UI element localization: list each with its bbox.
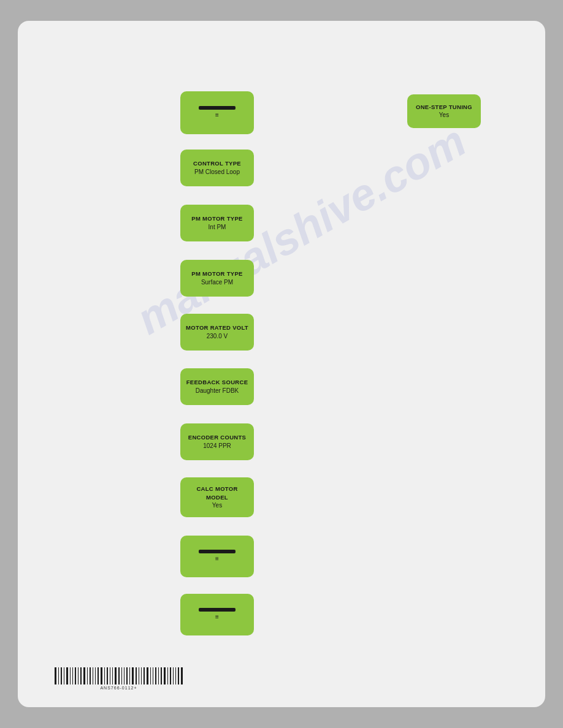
barcode-bar [110, 667, 110, 684]
btn-label: FEEDBACK SOURCE [186, 378, 248, 386]
barcode-gap [140, 667, 140, 684]
btn-value: Yes [439, 111, 449, 119]
barcode-gap [82, 667, 83, 684]
barcode-bar [55, 667, 56, 684]
barcode-gap [96, 667, 97, 684]
barcode-bar [164, 667, 166, 684]
btn-top[interactable]: ≡ [180, 91, 254, 134]
btn-label: PM MOTOR TYPE [191, 270, 242, 278]
barcode-text: ANS766-0112+ [100, 686, 137, 690]
barcode-bar [115, 667, 117, 684]
barcode-bar [93, 667, 93, 684]
barcode-gap [154, 667, 155, 684]
barcode-gap [113, 667, 114, 684]
barcode-gap [151, 667, 152, 684]
btn-onestep[interactable]: ONE-STEP TUNINGYes [407, 94, 481, 128]
barcode-gap [174, 667, 175, 684]
barcode-gap [88, 667, 89, 684]
barcode-bar [95, 667, 96, 684]
btn-motor-rated-volt[interactable]: MOTOR RATED VOLT230.0 V [180, 314, 254, 351]
barcode-gap [79, 667, 80, 684]
barcode-bar [80, 667, 82, 684]
btn-encoder-counts[interactable]: ENCODER COUNTS1024 PPR [180, 423, 254, 460]
barcode-bar [175, 667, 176, 684]
btn-value: ≡ [215, 555, 219, 563]
barcode-gap [123, 667, 123, 684]
barcode-bar [161, 667, 162, 684]
btn-value: Yes [212, 501, 222, 510]
btn-value: PM Closed Loop [194, 168, 240, 176]
barcode-bar [72, 667, 73, 684]
btn-label: MOTOR RATED VOLT [186, 324, 248, 332]
barcode-gap [86, 667, 86, 684]
barcode-gap [145, 667, 146, 684]
main-page: manualshive.com ANS766-0112+ ≡ONE-STEP T… [18, 21, 545, 707]
barcode-gap [131, 667, 131, 684]
barcode-gap [163, 667, 163, 684]
barcode-bar [61, 667, 62, 684]
btn-label: CALC MOTOR MODEL [185, 485, 249, 501]
barcode-bar [147, 667, 148, 684]
barcode-bar [121, 667, 122, 684]
btn-label: PM MOTOR TYPE [191, 214, 242, 222]
barcode-gap [71, 667, 72, 684]
barcode-bar [64, 667, 64, 684]
barcode-gap [128, 667, 129, 684]
barcode-bar [139, 667, 139, 684]
barcode-gap [169, 667, 169, 684]
barcode-gap [103, 667, 104, 684]
btn-feedback-source[interactable]: FEEDBACK SOURCEDaughter FDBK [180, 368, 254, 405]
barcode-gap [77, 667, 77, 684]
barcode-gap [111, 667, 112, 684]
barcode-bar [132, 667, 134, 684]
barcode-bar [126, 667, 128, 684]
barcode-gap [125, 667, 126, 684]
barcode-gap [180, 667, 180, 684]
btn-mid[interactable]: ≡ [180, 536, 254, 577]
btn-bottom[interactable]: ≡ [180, 594, 254, 635]
barcode-gap [166, 667, 167, 684]
btn-value: ≡ [215, 613, 219, 621]
bar-decoration [199, 550, 236, 553]
barcode-bar [118, 667, 120, 684]
barcode-gap [59, 667, 60, 684]
barcode-gap [120, 667, 121, 684]
barcode-bar [129, 667, 130, 684]
barcode-gap [177, 667, 177, 684]
barcode-bar [90, 667, 91, 684]
barcode-bar [150, 667, 151, 684]
barcode-bar [101, 667, 102, 684]
btn-value: 230.0 V [207, 332, 228, 341]
barcode-gap [137, 667, 138, 684]
barcode-gap [142, 667, 143, 684]
barcode-gap [105, 667, 106, 684]
barcode-bar [87, 667, 88, 684]
barcode-bar [155, 667, 156, 684]
barcode-gap [91, 667, 92, 684]
barcode-bar [158, 667, 159, 684]
barcode-gap [99, 667, 100, 684]
barcode-gap [159, 667, 160, 684]
barcode-gap [109, 667, 109, 684]
btn-label: ONE-STEP TUNING [416, 103, 472, 111]
btn-value: ≡ [215, 111, 219, 119]
btn-label: CONTROL TYPE [193, 159, 241, 167]
btn-pm-motor-type1[interactable]: PM MOTOR TYPEInt PM [180, 205, 254, 241]
barcode-bar [70, 667, 71, 684]
barcode-gap [94, 667, 94, 684]
btn-calc-motor-model[interactable]: CALC MOTOR MODELYes [180, 477, 254, 517]
barcode-gap [69, 667, 69, 684]
barcode-gap [172, 667, 172, 684]
barcode-bar [75, 667, 76, 684]
btn-value: Daughter FDBK [196, 387, 239, 395]
barcode-bar [98, 667, 99, 684]
barcode-gap [149, 667, 150, 684]
barcode-gap [57, 667, 58, 684]
barcode-gap [134, 667, 135, 684]
btn-label: ENCODER COUNTS [188, 433, 246, 441]
barcode-gap [117, 667, 118, 684]
barcode-bar [104, 667, 105, 684]
btn-pm-motor-type2[interactable]: PM MOTOR TYPESurface PM [180, 260, 254, 297]
barcode-bar [144, 667, 145, 684]
btn-control-type[interactable]: CONTROL TYPEPM Closed Loop [180, 150, 254, 186]
